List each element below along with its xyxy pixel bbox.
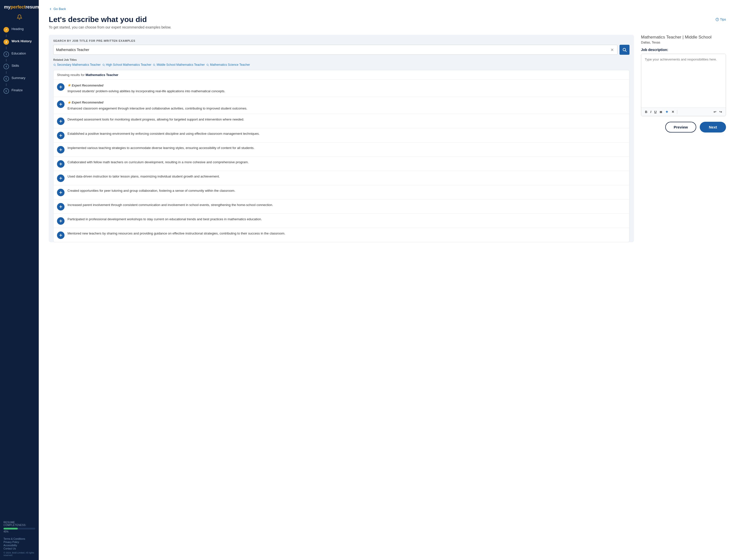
toolbar-italic-button[interactable]: I [649,109,653,114]
sidebar-label-heading: Heading [11,27,23,31]
tips-label: Tips [720,17,726,21]
related-tags: Secondary Mathematics Teacher High Schoo… [53,63,629,67]
plus-icon-7 [59,176,63,180]
progress-bar-bg [3,528,35,529]
toolbar-redo-button[interactable]: ↪ [718,109,723,114]
related-tag-2[interactable]: Middle School Mathematics Teacher [153,63,205,67]
toolbar-clear-button[interactable]: ✕ [670,109,675,114]
result-text-content-11: Mentored new teachers by sharing resourc… [67,231,285,235]
go-back-link[interactable]: Go Back [49,7,726,11]
footer-link-privacy[interactable]: Privacy Policy [3,541,35,543]
progress-pct: 45% [3,530,35,533]
star-icon-2: ★ [67,100,71,105]
star-icon-1: ★ [67,83,71,88]
footer-link-terms[interactable]: Terms & Conditions [3,537,35,540]
add-result-btn-7[interactable] [57,175,65,182]
job-desc-label: Job description: [641,48,726,52]
job-textarea-wrap: B I U ≣ ✦ ✕ ↩ ↪ [641,54,726,116]
svg-line-8 [104,65,105,66]
plus-icon-6 [59,162,63,166]
page-subtitle: To get started, you can choose from our … [49,25,726,29]
sidebar-label-education: Education [11,51,26,56]
related-tag-3[interactable]: Mathematics Science Teacher [206,63,250,67]
step-circle-5: 5 [3,76,9,81]
sidebar-nav: ✓ Heading 2 Work History 3 Education 4 S… [0,25,39,519]
svg-line-4 [625,51,626,51]
add-result-btn-1[interactable] [57,83,65,91]
toolbar-ai-button[interactable]: ✦ [664,109,670,115]
add-result-btn-8[interactable] [57,189,65,196]
search-small-icon-1 [102,63,105,66]
footer-link-accessibility[interactable]: Accessibility [3,544,35,547]
result-item-2[interactable]: ★ Expert RecommendedEnhanced classroom e… [53,97,629,114]
add-result-btn-5[interactable] [57,146,65,153]
result-text-11: Mentored new teachers by sharing resourc… [67,231,626,236]
result-text-content-4: Established a positive learning environm… [67,132,260,135]
page-title: Let's describe what you did [49,15,726,24]
sidebar: myperfectresume ✓ Heading 2 Work History… [0,0,39,560]
result-item-4[interactable]: Established a positive learning environm… [53,128,629,143]
footer-link-contact[interactable]: Contact Us [3,547,35,550]
sidebar-item-heading[interactable]: ✓ Heading [0,25,39,35]
related-tag-1[interactable]: High School Mathematics Teacher [102,63,151,67]
sidebar-item-summary[interactable]: 5 Summary [0,74,39,83]
sidebar-item-finalize[interactable]: 6 Finalize [0,86,39,96]
search-icon [622,47,627,52]
result-item-1[interactable]: ★ Expert RecommendedImproved students' p… [53,80,629,97]
left-panel: SEARCH BY JOB TITLE FOR PRE-WRITTEN EXAM… [49,35,634,242]
sidebar-item-work-history[interactable]: 2 Work History [0,37,39,47]
step-connector-1 [6,35,7,37]
result-text-9: Increased parent involvement through con… [67,203,626,207]
result-item-3[interactable]: Developed assessment tools for monitorin… [53,114,629,128]
add-result-btn-6[interactable] [57,160,65,168]
progress-bar-fill [3,528,18,529]
svg-line-10 [155,65,155,66]
plus-icon-1 [59,85,63,89]
tips-link[interactable]: Tips [715,17,726,21]
result-text-content-6: Collaborated with fellow math teachers o… [67,160,249,164]
toolbar-list-button[interactable]: ≣ [658,109,663,114]
result-item-6[interactable]: Collaborated with fellow math teachers o… [53,157,629,171]
result-item-10[interactable]: Participated in professional development… [53,214,629,228]
bell-icon [17,14,22,20]
add-result-btn-3[interactable] [57,117,65,125]
related-tag-0[interactable]: Secondary Mathematics Teacher [53,63,101,67]
sidebar-label-work-history: Work History [11,39,32,43]
sidebar-item-skills[interactable]: 4 Skills [0,61,39,71]
toolbar-bold-button[interactable]: B [644,109,649,114]
add-result-btn-10[interactable] [57,217,65,225]
plus-icon-8 [59,191,63,195]
result-item-8[interactable]: Created opportunities for peer tutoring … [53,185,629,199]
toolbar-separator [677,110,677,114]
add-result-btn-2[interactable] [57,101,65,108]
result-text-8: Created opportunities for peer tutoring … [67,188,626,193]
job-description-textarea[interactable] [641,54,726,107]
search-input[interactable] [56,45,609,54]
next-button[interactable]: Next [700,122,726,133]
go-back-arrow-icon [49,7,52,11]
toolbar-undo-button[interactable]: ↩ [712,109,717,114]
logo: myperfectresume [0,5,39,14]
add-result-btn-4[interactable] [57,132,65,139]
result-item-11[interactable]: Mentored new teachers by sharing resourc… [53,228,629,242]
step-circle-2: 2 [3,39,9,45]
notification-bell[interactable] [0,14,39,20]
action-row: Preview Next [641,122,726,133]
plus-icon-5 [59,148,63,152]
result-text-content-2: Enhanced classroom engagement through in… [67,107,247,110]
svg-line-6 [55,65,56,66]
step-connector-5 [6,83,7,86]
add-result-btn-11[interactable] [57,231,65,239]
result-text-6: Collaborated with fellow math teachers o… [67,160,626,165]
logo-my: my [4,5,11,9]
add-result-btn-9[interactable] [57,203,65,211]
preview-button[interactable]: Preview [665,122,697,133]
result-item-9[interactable]: Increased parent involvement through con… [53,199,629,214]
result-item-7[interactable]: Used data-driven instruction to tailor l… [53,171,629,185]
search-clear-button[interactable]: ✕ [609,47,615,52]
search-button[interactable] [619,45,629,55]
search-small-icon-0 [53,63,56,66]
toolbar-underline-button[interactable]: U [653,109,658,114]
sidebar-item-education[interactable]: 3 Education [0,49,39,59]
result-item-5[interactable]: Implemented various teaching strategies … [53,143,629,157]
